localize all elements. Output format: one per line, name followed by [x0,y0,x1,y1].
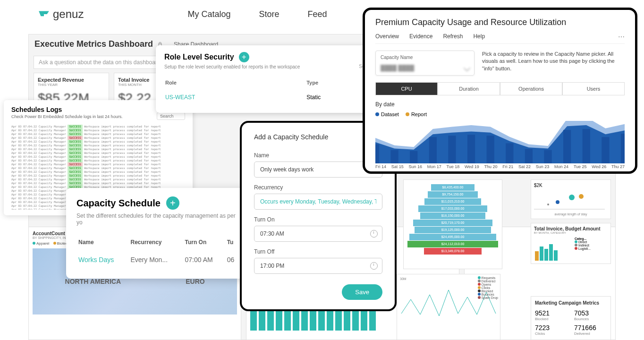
svg-rect-25 [549,244,553,261]
clock-icon[interactable] [370,230,378,238]
chevron-down-icon [464,65,470,71]
svg-rect-9 [487,136,494,163]
turn-off-field[interactable] [254,258,382,274]
nav-link-store[interactable]: Store [259,9,279,19]
capacity-table: Name Recurrency Turn On Tu Works Days Ev… [76,235,240,270]
logo-icon [38,8,50,20]
tab-evidence[interactable]: Evidence [409,33,432,41]
table-row[interactable]: Works Days Every Mon... 07:00 AM 06 [76,249,240,270]
turn-off-label: Turn Off [254,248,382,255]
premium-help-text: Pick a capacity to review in the Capacit… [482,51,625,72]
svg-rect-4 [390,150,398,163]
tab-cpu[interactable]: CPU [375,82,438,95]
more-icon[interactable]: ⋯ [618,33,625,41]
table-row[interactable]: US-WEASTStatic [165,89,373,105]
svg-rect-24 [544,249,548,261]
area-chart [375,121,625,163]
svg-rect-3 [375,144,379,164]
svg-rect-23 [540,246,543,261]
turn-on-label: Turn On [254,216,382,223]
svg-rect-7 [448,136,456,163]
svg-rect-5 [410,151,417,163]
right-cards: $2K average length of stay Total Invoice… [531,179,611,268]
invoice-chart: Total Invoice, Budget Amount BY MONTH, C… [531,223,611,264]
tab-overview[interactable]: Overview [375,33,399,41]
premium-capacity-card: Premium Capacity Usage and Resource Util… [363,8,637,174]
logs-search-input[interactable] [157,112,185,120]
rls-table: RoleType US-WEASTStatic [164,76,374,106]
tab-users[interactable]: Users [562,82,625,95]
save-button[interactable]: Save [342,284,382,300]
premium-title: Premium Capacity Usage and Resource Util… [375,17,625,27]
svg-rect-16 [621,134,625,163]
svg-rect-6 [429,137,437,163]
add-schedule-button[interactable]: + [166,196,179,210]
svg-rect-15 [602,137,609,163]
clock-icon[interactable] [370,262,378,270]
nav-links: My Catalog Store Feed [187,9,327,19]
tab-duration[interactable]: Duration [438,82,500,95]
svg-rect-8 [467,135,475,163]
turn-on-field[interactable] [254,226,382,242]
svg-rect-22 [535,251,539,261]
funnel-chart: $8,435,400.00$9,754,150.00$11,015,210.00… [403,179,502,269]
svg-rect-10 [506,143,513,163]
capacity-schedule-card: Capacity Schedule + Set the different sc… [66,188,250,279]
svg-point-18 [579,194,584,199]
recurrency-field[interactable] [254,194,382,210]
by-date-label: By date [375,101,625,108]
capacity-title: Capacity Schedule [76,198,161,209]
nav-link-feed[interactable]: Feed [307,9,327,19]
tab-help[interactable]: Help [473,33,485,41]
svg-rect-26 [554,250,558,261]
add-role-button[interactable]: + [239,52,249,62]
svg-rect-12 [544,150,551,163]
svg-rect-13 [563,130,571,163]
logo-text: genuz [53,8,84,21]
x-axis-labels: Fri 14Sat 15Sun 16Mon 17Tue 18Wed 19Thu … [375,164,625,169]
rls-subtitle: Setup the role level security enabled fo… [164,64,374,69]
marketing-metrics-card: Marketing Campaign Metrics 9521Blocked70… [531,296,611,340]
svg-point-19 [556,200,559,204]
svg-rect-14 [583,129,590,163]
role-level-security-card: Role Level Security + Setup the role lev… [156,45,382,113]
capacity-name-picker[interactable]: Capacity Name ████ ████ [375,51,475,76]
recurrency-label: Recurrency [254,184,382,191]
svg-rect-11 [525,149,533,163]
logo[interactable]: genuz [38,8,84,21]
rls-title: Role Level Security [164,53,234,61]
metric-tabs: CPU Duration Operations Users [375,82,625,95]
dashboard-title: Executive Metrics Dashboard [34,39,153,49]
scatter-chart: $2K average length of stay [531,179,611,219]
requests-line-chart: 30M RequestsDeliveredOpensClicksBlockedB… [397,274,500,340]
svg-point-20 [547,204,549,205]
svg-point-17 [569,195,575,200]
capacity-subtitle: Set the different schedules for the capa… [76,212,240,226]
premium-tabs: Overview Evidence Refresh Help ⋯ [375,33,625,44]
tab-refresh[interactable]: Refresh [443,33,463,41]
chart-legend: Dataset Report [375,111,625,117]
tab-operations[interactable]: Operations [500,82,562,95]
nav-link-catalog[interactable]: My Catalog [187,9,230,19]
